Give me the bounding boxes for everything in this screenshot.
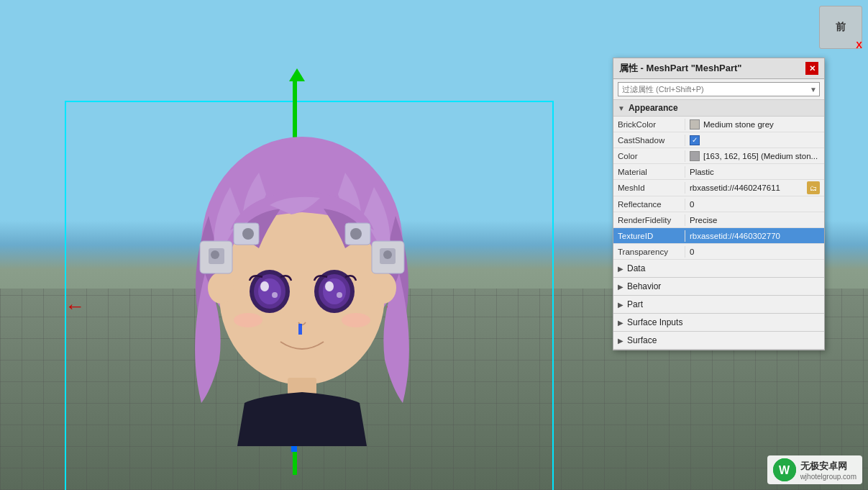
panel-close-button[interactable]: ✕ <box>805 62 818 75</box>
prop-value-material: Plastic <box>685 166 824 178</box>
prop-name-material: Material <box>613 166 685 178</box>
surface-inputs-section-header[interactable]: ▶ Surface Inputs <box>613 314 824 332</box>
svg-point-22 <box>383 250 392 259</box>
data-section-label: Data <box>627 263 645 273</box>
part-section-arrow: ▶ <box>618 301 623 309</box>
svg-point-19 <box>211 250 219 259</box>
svg-point-2 <box>208 272 234 304</box>
surface-section-arrow: ▶ <box>618 337 623 345</box>
panel-filter: ▼ <box>613 79 824 100</box>
part-section-label: Part <box>627 299 643 309</box>
data-section-arrow: ▶ <box>618 265 623 273</box>
castshadow-checkbox[interactable]: ✓ <box>690 135 700 145</box>
nav-cube-label: 前 <box>836 21 846 34</box>
svg-rect-16 <box>298 324 302 335</box>
svg-point-8 <box>272 292 278 298</box>
watermark-text-block: 无极安卓网 wjhotelgroup.com <box>800 460 856 481</box>
watermark-url: wjhotelgroup.com <box>800 473 856 481</box>
behavior-section-label: Behavior <box>627 281 661 291</box>
viewport: 前 X <box>0 0 868 490</box>
watermark-logo: W <box>773 458 796 481</box>
svg-point-11 <box>323 278 346 304</box>
surface-section-label: Surface <box>627 335 657 345</box>
surface-inputs-section-arrow: ▶ <box>618 319 623 327</box>
svg-point-12 <box>325 281 334 291</box>
prop-value-color: [163, 162, 165] (Medium ston... <box>685 150 824 163</box>
svg-point-3 <box>370 272 396 304</box>
watermark-brand: 无极安卓网 <box>800 460 856 473</box>
brickcolor-swatch <box>690 119 700 130</box>
prop-row-color[interactable]: Color [163, 162, 165] (Medium ston... <box>613 148 824 164</box>
appearance-label: Appearance <box>629 103 678 113</box>
surface-section-header[interactable]: ▶ Surface <box>613 332 824 350</box>
prop-name-meshid: MeshId <box>613 182 685 194</box>
prop-row-material[interactable]: Material Plastic <box>613 164 824 180</box>
svg-point-25 <box>350 228 362 240</box>
panel-title: 属性 - MeshPart "MeshPart" <box>619 62 742 75</box>
svg-point-7 <box>260 281 269 291</box>
prop-value-renderfidelity: Precise <box>685 214 824 226</box>
prop-value-reflectance: 0 <box>685 199 824 210</box>
prop-name-transparency: Transparency <box>613 246 685 258</box>
svg-point-15 <box>342 313 370 327</box>
panel-titlebar: 属性 - MeshPart "MeshPart" ✕ <box>613 58 824 79</box>
svg-point-13 <box>337 292 342 298</box>
prop-row-meshid[interactable]: MeshId rbxassetid://4460247611 🗂 <box>613 180 824 196</box>
prop-row-reflectance[interactable]: Reflectance 0 <box>613 196 824 212</box>
filter-input[interactable] <box>618 82 820 96</box>
prop-row-transparency[interactable]: Transparency 0 <box>613 244 824 260</box>
prop-name-reflectance: Reflectance <box>613 199 685 210</box>
appearance-section-header[interactable]: ▼ Appearance <box>613 100 824 117</box>
behavior-section-header[interactable]: ▶ Behavior <box>613 278 824 296</box>
prop-name-brickcolor: BrickColor <box>613 119 685 130</box>
prop-value-brickcolor: Medium stone grey <box>685 118 824 131</box>
prop-value-castshadow: ✓ <box>685 134 824 147</box>
nav-cube-x: X <box>856 40 862 50</box>
prop-row-castshadow[interactable]: CastShadow ✓ <box>613 132 824 148</box>
prop-row-renderfidelity[interactable]: RenderFidelity Precise <box>613 212 824 228</box>
character-area <box>43 58 575 468</box>
surface-inputs-section-label: Surface Inputs <box>627 317 682 327</box>
prop-row-textureid[interactable]: TextureID rbxassetid://4460302770 <box>613 228 824 244</box>
svg-text:W: W <box>779 464 790 476</box>
behavior-section-arrow: ▶ <box>618 283 623 291</box>
appearance-arrow: ▼ <box>618 104 625 112</box>
prop-row-brickcolor[interactable]: BrickColor Medium stone grey <box>613 117 824 132</box>
prop-name-castshadow: CastShadow <box>613 135 685 146</box>
prop-value-meshid: rbxassetid://4460247611 🗂 <box>685 180 824 196</box>
watermark: W 无极安卓网 wjhotelgroup.com <box>767 455 862 484</box>
svg-point-27 <box>242 228 254 240</box>
meshid-icon[interactable]: 🗂 <box>807 181 820 194</box>
prop-name-textureid: TextureID <box>613 230 685 242</box>
properties-panel: 属性 - MeshPart "MeshPart" ✕ ▼ ▼ Appearanc… <box>613 58 825 350</box>
prop-name-renderfidelity: RenderFidelity <box>613 214 685 226</box>
data-section-header[interactable]: ▶ Data <box>613 260 824 278</box>
character-model <box>137 130 467 475</box>
part-section-header[interactable]: ▶ Part <box>613 296 824 314</box>
prop-value-textureid: rbxassetid://4460302770 <box>685 230 824 242</box>
prop-value-transparency: 0 <box>685 246 824 258</box>
svg-point-6 <box>258 278 281 304</box>
color-swatch <box>690 151 700 161</box>
prop-name-color: Color <box>613 150 685 162</box>
svg-point-14 <box>234 313 262 327</box>
x-axis-left-arrow <box>65 295 85 318</box>
